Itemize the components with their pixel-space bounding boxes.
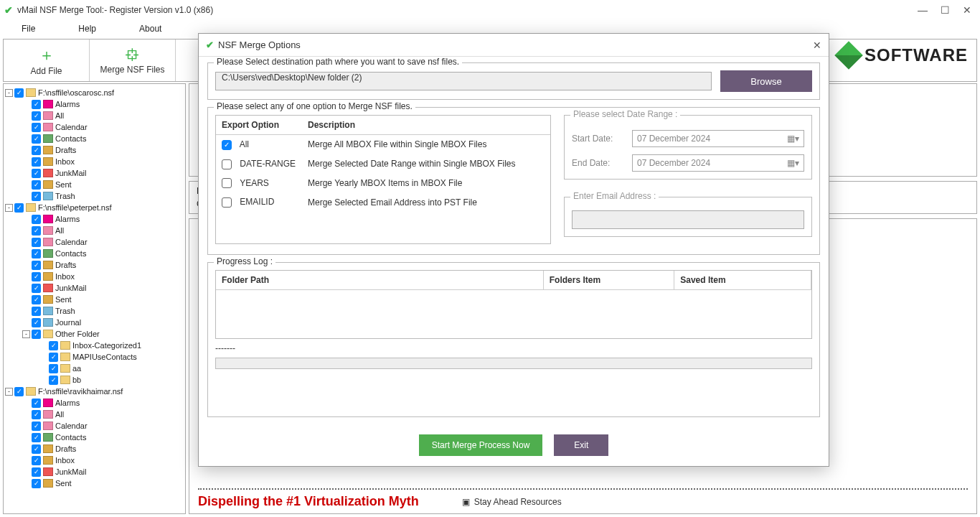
checkbox[interactable]: ✓ [49, 341, 58, 350]
tree-folder-node[interactable]: ✓Drafts [5, 443, 184, 455]
checkbox[interactable]: ✓ [32, 433, 41, 442]
tree-folder-node[interactable]: ✓Trash [5, 305, 184, 317]
dialog-close-button[interactable]: ✕ [813, 39, 821, 51]
tree-folder-node[interactable]: ✓Contacts [5, 432, 184, 443]
checkbox[interactable]: ✓ [32, 100, 41, 109]
checkbox[interactable]: ✓ [32, 467, 41, 477]
start-merge-button[interactable]: Start Merge Process Now [419, 434, 543, 456]
checkbox[interactable]: ✓ [32, 111, 41, 121]
start-date-picker[interactable]: 07 December 2024 ▦▾ [632, 130, 804, 147]
tree-folder-node[interactable]: ✓Alarms [5, 98, 184, 110]
checkbox[interactable]: ✓ [49, 353, 58, 362]
checkbox[interactable]: ✓ [32, 123, 41, 132]
tree-folder-node[interactable]: ✓Contacts [5, 248, 184, 259]
add-file-button[interactable]: ＋ Add File [4, 39, 90, 81]
tree-folder-node[interactable]: ✓Calendar [5, 236, 184, 248]
exit-button[interactable]: Exit [554, 434, 608, 456]
tree-folder-node[interactable]: ✓JunkMail [5, 167, 184, 179]
tree-folder-node[interactable]: ✓All [5, 225, 184, 236]
tree-folder-node[interactable]: ✓Alarms [5, 213, 184, 225]
tree-folder-node[interactable]: ✓aa [5, 363, 184, 374]
checkbox[interactable]: ✓ [32, 284, 41, 293]
checkbox[interactable]: ✓ [32, 261, 41, 270]
tree-folder-node[interactable]: ✓All [5, 110, 184, 121]
email-address-input[interactable] [572, 210, 804, 229]
browse-button[interactable]: Browse [720, 70, 812, 92]
checkbox[interactable]: ✓ [32, 399, 41, 408]
checkbox[interactable]: ✓ [32, 421, 41, 431]
checkbox[interactable]: ✓ [14, 387, 24, 396]
tree-folder-node[interactable]: ✓Calendar [5, 420, 184, 432]
export-option-row[interactable]: DATE-RANGEMerge Selected Date Range with… [216, 154, 550, 174]
menu-about[interactable]: About [139, 24, 161, 34]
checkbox[interactable]: ✓ [32, 456, 41, 465]
checkbox[interactable] [222, 178, 232, 188]
tree-folder-node[interactable]: -✓Other Folder [5, 328, 184, 340]
checkbox[interactable]: ✓ [32, 249, 41, 258]
tree-folder-node[interactable]: ✓Calendar [5, 121, 184, 133]
checkbox[interactable]: ✓ [32, 238, 41, 247]
export-option-row[interactable]: YEARSMerge Yearly MBOX Items in MBOX Fil… [216, 174, 550, 193]
checkbox[interactable]: ✓ [32, 134, 41, 144]
end-date-picker[interactable]: 07 December 2024 ▦▾ [632, 154, 804, 172]
checkbox[interactable]: ✓ [32, 444, 41, 454]
tree-folder-node[interactable]: ✓Trash [5, 190, 184, 202]
expand-toggle[interactable]: - [22, 330, 30, 338]
tree-folder-node[interactable]: ✓Contacts [5, 133, 184, 144]
menu-help[interactable]: Help [78, 24, 96, 34]
merge-files-button[interactable]: ⯐ Merge NSF Files [90, 39, 176, 81]
expand-toggle[interactable]: - [5, 204, 13, 212]
tree-folder-node[interactable]: ✓Inbox [5, 455, 184, 466]
menu-file[interactable]: File [22, 24, 35, 34]
tree-folder-node[interactable]: ✓Sent [5, 179, 184, 190]
tree-folder-node[interactable]: ✓MAPIUseContacts [5, 351, 184, 363]
checkbox[interactable]: ✓ [222, 140, 232, 150]
checkbox[interactable]: ✓ [32, 272, 41, 281]
tree-folder-node[interactable]: ✓Inbox [5, 271, 184, 282]
checkbox[interactable]: ✓ [14, 203, 24, 213]
checkbox[interactable]: ✓ [32, 226, 41, 236]
checkbox[interactable]: ✓ [32, 169, 41, 178]
tree-folder-node[interactable]: ✓JunkMail [5, 282, 184, 294]
tree-file-node[interactable]: -✓F:\nsffile\ravikhaimar.nsf [5, 386, 184, 397]
checkbox[interactable]: ✓ [32, 410, 41, 419]
checkbox[interactable] [222, 159, 232, 169]
export-option-row[interactable]: ✓ AllMerge All MBOX File within Single M… [216, 135, 550, 154]
checkbox[interactable]: ✓ [32, 215, 41, 224]
checkbox[interactable]: ✓ [32, 146, 41, 155]
tree-folder-node[interactable]: ✓Drafts [5, 259, 184, 271]
expand-toggle[interactable]: - [5, 388, 13, 396]
minimize-button[interactable]: — [918, 4, 928, 16]
tree-folder-node[interactable]: ✓Sent [5, 478, 184, 489]
expand-toggle[interactable]: - [5, 89, 13, 97]
checkbox[interactable]: ✓ [32, 330, 41, 339]
checkbox[interactable]: ✓ [49, 364, 58, 373]
tree-folder-node[interactable]: ✓bb [5, 374, 184, 386]
checkbox[interactable]: ✓ [32, 157, 41, 167]
tree-folder-node[interactable]: ✓Inbox [5, 156, 184, 167]
tree-folder-node[interactable]: ✓All [5, 409, 184, 420]
tree-file-node[interactable]: -✓F:\nsffile\oscarosc.nsf [5, 87, 184, 98]
tree-file-node[interactable]: -✓F:\nsffile\peterpet.nsf [5, 202, 184, 213]
tree-folder-node[interactable]: ✓Journal [5, 317, 184, 328]
destination-path-input[interactable]: C:\Users\ved\Desktop\New folder (2) [215, 72, 712, 90]
tree-folder-node[interactable]: ✓Alarms [5, 397, 184, 409]
close-button[interactable]: ✕ [963, 4, 971, 16]
checkbox[interactable]: ✓ [49, 376, 58, 385]
checkbox[interactable]: ✓ [32, 192, 41, 201]
checkbox[interactable]: ✓ [14, 88, 24, 98]
checkbox[interactable] [222, 197, 232, 208]
checkbox[interactable]: ✓ [32, 307, 41, 316]
maximize-button[interactable]: ☐ [941, 4, 950, 16]
checkbox[interactable]: ✓ [32, 180, 41, 190]
export-option-row[interactable]: EMAILIDMerge Selected Email Address into… [216, 192, 550, 212]
checkbox[interactable]: ✓ [32, 295, 41, 304]
tree-folder-node[interactable]: ✓Inbox-Categorized1 [5, 340, 184, 351]
tree-folder-node[interactable]: ✓Drafts [5, 144, 184, 156]
tree-folder-node[interactable]: ✓JunkMail [5, 466, 184, 478]
folder-tree[interactable]: -✓F:\nsffile\oscarosc.nsf✓Alarms✓All✓Cal… [3, 83, 186, 514]
resource-link[interactable]: ▣ Stay Ahead Resources [462, 497, 562, 507]
tree-folder-node[interactable]: ✓Sent [5, 294, 184, 305]
checkbox[interactable]: ✓ [32, 318, 41, 327]
checkbox[interactable]: ✓ [32, 479, 41, 488]
